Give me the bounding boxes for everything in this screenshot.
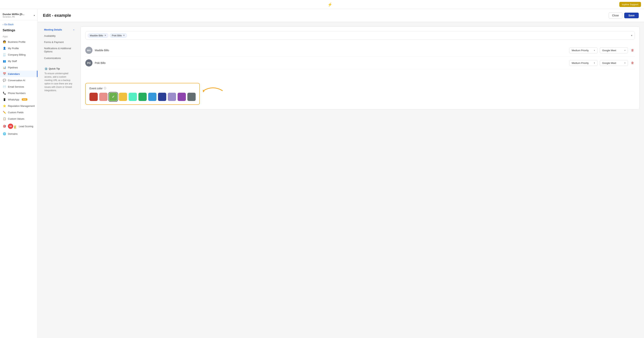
sidebar-item-label: Business Profile — [8, 41, 26, 43]
event-color-label: Event color ⓘ — [90, 87, 196, 90]
sidebar-item-calendars[interactable]: 📅 Calendars — [0, 71, 38, 77]
go-back-label: Go Back — [4, 23, 14, 26]
event-color-section: Event color ⓘ ✓ — [85, 83, 200, 105]
color-swatches: ✓ — [90, 93, 196, 101]
sidebar-item-whatsapp[interactable]: 📱 WhatsApp beta — [0, 96, 38, 103]
nav-item-notifications[interactable]: Notifications & Additional Options — [42, 45, 76, 55]
member-row-poki: PO Poki Billo Medium Priority ▾ Google M… — [85, 57, 635, 69]
priority-label: Medium Priority — [572, 62, 589, 65]
nav-item-label: Notifications & Additional Options — [44, 47, 74, 53]
nav-item-forms-payment[interactable]: Forms & Payment — [42, 39, 76, 45]
color-swatch-sage2[interactable] — [128, 93, 137, 101]
platform-select-maddie[interactable]: Google Meet ▾ — [600, 48, 628, 53]
sidebar-item-email-services[interactable]: ✉️ Email Services — [0, 84, 38, 90]
sidebar-item-label: My Profile — [8, 47, 19, 50]
delete-poki-button[interactable]: 🗑 — [630, 61, 635, 65]
remove-maddie-button[interactable]: ✕ — [104, 34, 106, 37]
sidebar-item-conversation-ai[interactable]: 💬 Conversation AI — [0, 77, 38, 84]
color-swatch-tomato[interactable] — [90, 93, 98, 101]
content-area: Meeting Details › Availability Forms & P… — [38, 22, 644, 114]
quick-tip-text: To ensure uninterrupted access, add a cu… — [44, 72, 74, 92]
color-swatch-graphite[interactable] — [187, 93, 196, 101]
workspace-selector[interactable]: Dunder Mifflin [D... Scranton, PA ▾ — [0, 11, 38, 20]
support-button[interactable]: topline Support — [619, 2, 641, 7]
left-nav-panel: Meeting Details › Availability Forms & P… — [42, 27, 76, 110]
nav-item-availability[interactable]: Availability — [42, 33, 76, 39]
nav-item-label: Forms & Payment — [44, 41, 64, 44]
avatar-initials: PO — [87, 62, 91, 65]
my-staff-icon: 👥 — [3, 60, 6, 63]
member-name-maddie: Maddie Billo — [95, 49, 567, 52]
phone-numbers-icon: 📞 — [3, 92, 6, 95]
selector-dropdown-icon: ▾ — [631, 34, 632, 37]
team-member-selector[interactable]: Maddie Billo ✕ Poki Billo ✕ ▾ — [85, 31, 635, 40]
workspace-sub: Scranton, PA — [3, 16, 24, 18]
arrow-annotation — [202, 83, 224, 99]
platform-label: Google Meet — [602, 62, 616, 65]
platform-dropdown-icon: ▾ — [624, 62, 626, 64]
priority-select-maddie[interactable]: Medium Priority ▾ — [569, 48, 598, 53]
sidebar-item-label: Conversation AI — [8, 79, 25, 82]
topbar-center: ⚡ — [41, 2, 619, 7]
quick-tip-card: ⚙️ Quick Tip To ensure uninterrupted acc… — [42, 65, 76, 94]
color-swatch-sage[interactable]: ✓ — [109, 93, 117, 101]
priority-dropdown-icon: ▾ — [594, 49, 595, 52]
sidebar-item-phone-numbers[interactable]: 📞 Phone Numbers — [0, 90, 38, 96]
nav-item-label: Availability — [44, 35, 56, 37]
notification-badge: 68 — [8, 124, 13, 129]
info-icon: ⓘ — [104, 87, 106, 90]
sidebar-item-company-billing[interactable]: 🧾 Company Billing — [0, 52, 38, 58]
member-tag-label: Poki Billo — [112, 34, 122, 37]
color-swatch-lavender[interactable] — [168, 93, 176, 101]
go-back-link[interactable]: ‹ Go Back — [0, 22, 38, 28]
color-swatch-peacock[interactable] — [148, 93, 156, 101]
color-swatch-basil[interactable] — [138, 93, 147, 101]
beta-badge: beta — [22, 98, 27, 101]
member-tag-maddie: Maddie Billo ✕ — [88, 33, 108, 38]
nav-item-meeting-details[interactable]: Meeting Details › — [42, 27, 76, 33]
sidebar-item-label: Email Services — [8, 85, 24, 88]
reputation-management-icon: ⭐ — [3, 104, 6, 107]
email-services-icon: ✉️ — [3, 85, 6, 88]
sidebar-item-custom-fields[interactable]: ✏️ Custom Fields — [0, 109, 38, 116]
color-swatch-banana[interactable] — [119, 93, 127, 101]
conversation-ai-icon: 💬 — [3, 79, 6, 82]
custom-values-icon: 📋 — [3, 117, 6, 120]
color-swatch-flamingo[interactable] — [99, 93, 108, 101]
priority-dropdown-icon: ▾ — [594, 62, 595, 64]
remove-poki-button[interactable]: ✕ — [123, 34, 125, 37]
sidebar-item-custom-values[interactable]: 📋 Custom Values — [0, 116, 38, 122]
domains-icon: 🌐 — [3, 132, 6, 135]
nav-item-label: Customizations — [44, 57, 61, 60]
save-button[interactable]: Save — [624, 13, 639, 18]
settings-title: Settings — [0, 28, 38, 34]
event-color-wrapper: Event color ⓘ ✓ — [85, 77, 635, 105]
sidebar-item-label: Phone Numbers — [8, 92, 26, 95]
header-actions: Close Save — [608, 13, 639, 19]
priority-select-poki[interactable]: Medium Priority ▾ — [569, 60, 598, 66]
platform-select-poki[interactable]: Google Meet ▾ — [600, 60, 628, 66]
main-content: Edit - example Close Save Meeting Detail… — [38, 9, 644, 338]
apps-section-title: Apps — [0, 34, 38, 39]
sidebar-item-lead-scoring[interactable]: 🎯 68 𝐠 Lead Scoring — [0, 122, 38, 131]
nav-item-label: Meeting Details — [44, 28, 62, 31]
sidebar-item-reputation-management[interactable]: ⭐ Reputation Management — [0, 103, 38, 109]
chevron-down-icon: ▾ — [34, 14, 35, 17]
close-button[interactable]: Close — [608, 13, 622, 19]
nav-item-customizations[interactable]: Customizations — [42, 55, 76, 61]
sidebar-item-label: Lead Scoring — [19, 125, 33, 128]
member-tag-poki: Poki Billo ✕ — [110, 33, 127, 38]
avatar-poki: PO — [85, 59, 92, 67]
sidebar-item-domains[interactable]: 🌐 Domains — [0, 131, 38, 137]
platform-label: Google Meet — [602, 49, 616, 52]
color-swatch-blueberry[interactable] — [158, 93, 166, 101]
sidebar-item-my-staff[interactable]: 👥 My Staff — [0, 58, 38, 64]
sidebar-item-label: WhatsApp — [8, 98, 19, 101]
sidebar-item-my-profile[interactable]: 👤 My Profile — [0, 45, 38, 52]
member-name-poki: Poki Billo — [95, 61, 567, 65]
sidebar-item-pipelines[interactable]: 📊 Pipelines — [0, 64, 38, 71]
delete-maddie-button[interactable]: 🗑 — [630, 48, 635, 53]
lead-scoring-icon: 🎯 — [3, 125, 6, 128]
sidebar-item-business-profile[interactable]: 🧑 Business Profile — [0, 39, 38, 45]
color-swatch-grape[interactable] — [178, 93, 186, 101]
